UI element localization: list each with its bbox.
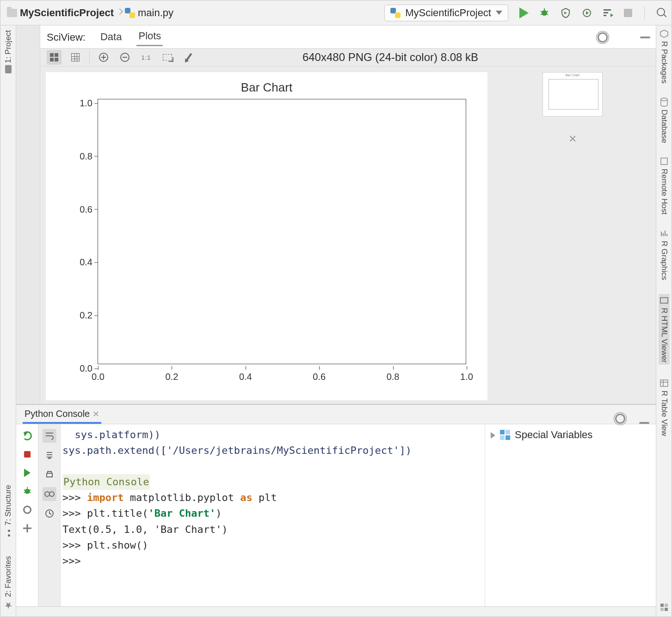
run-coverage-button[interactable] xyxy=(560,7,571,18)
gear-icon[interactable] xyxy=(615,414,625,424)
run-actions xyxy=(519,6,667,20)
rerun-button[interactable] xyxy=(21,430,33,442)
python-file-icon xyxy=(125,8,135,18)
new-console-button[interactable] xyxy=(21,522,33,534)
sciview-title: SciView: xyxy=(47,31,86,43)
svg-line-5 xyxy=(547,14,548,15)
r-packages-button[interactable]: R Packages xyxy=(660,29,669,84)
python-icon xyxy=(390,8,401,18)
svg-point-22 xyxy=(49,492,54,496)
profile-button[interactable] xyxy=(581,7,592,18)
svg-point-24 xyxy=(661,98,667,101)
actual-size-button[interactable]: 1:1 xyxy=(139,50,154,65)
python-console-panel: Python Console ✕ xyxy=(16,404,656,606)
stop-button[interactable] xyxy=(624,9,632,17)
sciview-gutter xyxy=(16,25,40,404)
svg-rect-29 xyxy=(665,604,668,607)
run-button[interactable] xyxy=(519,7,529,18)
plot-canvas: Bar Chart 0.00.20.40.60.81.00.00.20.40.6… xyxy=(46,72,487,400)
close-tab-icon[interactable]: ✕ xyxy=(92,409,99,419)
variables-icon xyxy=(500,430,510,440)
svg-rect-30 xyxy=(660,608,664,611)
variables-pane: Special Variables xyxy=(485,424,656,606)
close-thumbnail-button[interactable]: ✕ xyxy=(568,133,577,145)
tab-data[interactable]: Data xyxy=(99,29,123,46)
svg-line-18 xyxy=(29,492,31,493)
minimize-icon[interactable] xyxy=(639,422,649,424)
svg-line-17 xyxy=(24,492,25,493)
soft-wrap-button[interactable] xyxy=(43,429,56,443)
svg-rect-28 xyxy=(660,604,664,607)
svg-line-4 xyxy=(541,14,542,15)
folder-icon xyxy=(5,65,12,73)
grid-view-button[interactable] xyxy=(68,50,83,65)
console-output[interactable]: sys.platform)) sys.path.extend(['/Users/… xyxy=(61,424,485,606)
image-info-label: 640x480 PNG (24-bit color) 8.08 kB xyxy=(203,51,578,64)
history-button[interactable] xyxy=(43,507,56,520)
show-variables-button[interactable] xyxy=(43,487,56,501)
svg-marker-6 xyxy=(564,12,567,14)
gear-icon[interactable] xyxy=(598,32,608,43)
svg-line-3 xyxy=(547,11,548,12)
execute-button[interactable] xyxy=(21,467,33,479)
debug-console-button[interactable] xyxy=(21,485,33,497)
svg-rect-31 xyxy=(665,608,668,611)
folder-icon xyxy=(7,9,17,17)
svg-marker-8 xyxy=(586,11,589,15)
minimize-icon[interactable] xyxy=(640,37,650,38)
favorites-tool-button[interactable]: ★ 2: Favorites xyxy=(3,556,14,611)
breadcrumb-project[interactable]: MyScientificProject xyxy=(20,7,114,19)
project-tool-button[interactable]: 1: Project xyxy=(4,30,13,73)
r-html-viewer-button[interactable]: R HTML Viewer xyxy=(659,294,670,365)
svg-rect-27 xyxy=(660,380,668,386)
svg-line-15 xyxy=(24,489,25,490)
svg-point-0 xyxy=(542,10,547,16)
separator xyxy=(644,6,645,20)
svg-point-21 xyxy=(45,492,49,496)
sciview-toolbar: 1:1 640x480 PNG (24-bit color) 8.08 kB xyxy=(40,48,656,67)
chevron-down-icon xyxy=(496,11,502,15)
single-view-button[interactable] xyxy=(47,50,62,65)
svg-line-16 xyxy=(29,489,31,490)
svg-marker-12 xyxy=(610,13,613,17)
settings-button[interactable] xyxy=(21,504,33,516)
r-table-view-button[interactable]: R Table View xyxy=(660,379,669,436)
svg-line-2 xyxy=(541,11,542,12)
zoom-in-button[interactable] xyxy=(96,50,111,65)
debug-button[interactable] xyxy=(539,7,550,18)
svg-rect-9 xyxy=(604,9,611,11)
scroll-to-end-button[interactable] xyxy=(43,448,56,462)
zoom-out-button[interactable] xyxy=(117,50,132,65)
color-picker-button[interactable] xyxy=(181,50,196,65)
expand-icon[interactable] xyxy=(491,432,495,439)
console-run-gutter xyxy=(16,424,38,606)
plot-thumbnail[interactable] xyxy=(543,72,603,116)
search-icon[interactable] xyxy=(657,8,667,18)
run-anything-button[interactable] xyxy=(603,7,614,18)
left-tool-rail: 1: Project 7: Structure ★ 2: Favorites xyxy=(0,25,16,617)
tool-windows-icon[interactable] xyxy=(660,603,669,612)
stop-console-button[interactable] xyxy=(21,448,33,460)
svg-rect-10 xyxy=(604,12,608,13)
svg-rect-19 xyxy=(47,473,52,477)
run-configuration-selector[interactable]: MyScientificProject xyxy=(384,5,508,21)
svg-rect-26 xyxy=(660,298,668,303)
svg-rect-20 xyxy=(48,471,51,473)
fit-to-screen-button[interactable] xyxy=(160,50,175,65)
svg-rect-11 xyxy=(604,15,606,16)
run-configuration-label: MyScientificProject xyxy=(405,7,491,19)
special-variables-label[interactable]: Special Variables xyxy=(515,429,592,441)
structure-tool-button[interactable]: 7: Structure xyxy=(4,485,13,538)
right-tool-rail: R Packages Database Remote Host R Graphi… xyxy=(656,25,672,617)
remote-host-button[interactable]: Remote Host xyxy=(660,157,669,214)
console-view-gutter xyxy=(38,424,61,606)
r-graphics-button[interactable]: R Graphics xyxy=(660,229,669,280)
status-bar xyxy=(16,606,656,617)
database-button[interactable]: Database xyxy=(660,98,669,143)
tab-plots[interactable]: Plots xyxy=(136,28,163,46)
breadcrumb-file[interactable]: main.py xyxy=(138,7,173,19)
chart-axes: 0.00.20.40.60.81.00.00.20.40.60.81.0 xyxy=(98,99,466,364)
console-tab[interactable]: Python Console ✕ xyxy=(23,406,101,424)
svg-point-13 xyxy=(25,489,30,494)
print-button[interactable] xyxy=(43,468,56,482)
